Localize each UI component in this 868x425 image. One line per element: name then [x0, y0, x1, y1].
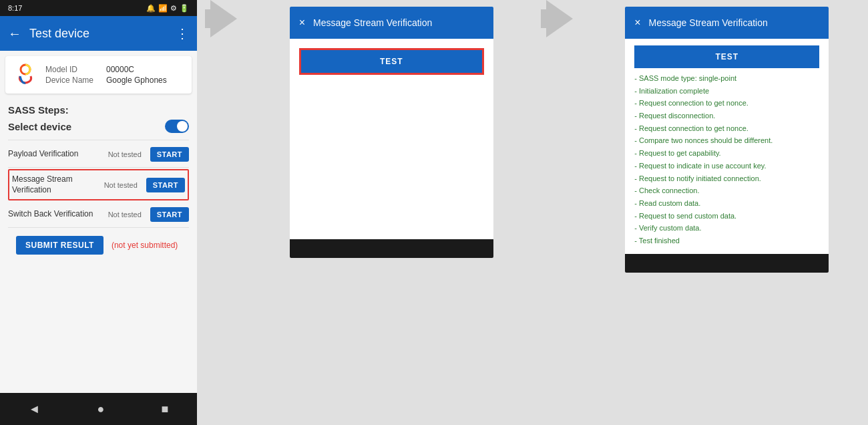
- start-button-payload[interactable]: START: [150, 147, 189, 162]
- submit-row: SUBMIT RESULT (not yet submitted): [8, 228, 189, 263]
- arrow-1: [197, 0, 250, 37]
- select-device-label: Select device: [8, 121, 71, 132]
- start-button-message-stream[interactable]: START: [146, 178, 185, 192]
- dialog-2-bottom-bar: [625, 254, 829, 273]
- submit-result-button[interactable]: SUBMIT RESULT: [16, 236, 103, 255]
- status-bar: 8:17 🔔 📶 ⚙ 🔋: [0, 0, 197, 16]
- dialog-2-test-button[interactable]: TEST: [634, 45, 819, 68]
- home-nav-icon[interactable]: ●: [97, 402, 105, 416]
- result-line: - Request to indicate in use account key…: [634, 160, 819, 172]
- step-status-message-stream: Not tested: [104, 181, 141, 189]
- device-name-label: Device Name: [45, 76, 95, 85]
- step-name-switch-back: Switch Back Verification: [8, 209, 108, 220]
- device-logo-icon: [13, 63, 37, 87]
- divider: [8, 140, 189, 140]
- result-line: - Request connection to get nonce.: [634, 97, 819, 110]
- sim-icon: 📶: [158, 4, 168, 13]
- result-line: - Compare two nonces should be different…: [634, 134, 819, 147]
- result-line: - Test finished: [634, 235, 819, 247]
- result-line: - Check connection.: [634, 184, 819, 197]
- step-name-payload: Payload Verification: [8, 149, 108, 160]
- battery-icon: 🔋: [180, 4, 189, 13]
- result-line: - Request to notify initiated connection…: [634, 172, 819, 185]
- arrow-2: [533, 0, 586, 37]
- result-line: - Read custom data.: [634, 197, 819, 210]
- step-status-payload: Not tested: [108, 150, 145, 158]
- model-id-value: 00000C: [106, 65, 134, 74]
- dialog-2-panel: × Message Stream Verification TEST - SAS…: [625, 7, 829, 273]
- dialog-2-content: TEST - SASS mode type: single-point- Ini…: [625, 39, 829, 254]
- device-name-value: Google Gphones: [106, 76, 167, 85]
- dialog-1-header: × Message Stream Verification: [290, 7, 493, 39]
- dialog-1-wrapper: × Message Stream Verification TEST: [250, 0, 533, 425]
- model-id-row: Model ID 00000C: [45, 65, 167, 74]
- app-toolbar: ← Test device ⋮: [0, 16, 197, 51]
- dialog-1-close-icon[interactable]: ×: [299, 17, 305, 29]
- select-device-toggle[interactable]: [165, 120, 189, 133]
- result-line: - Request to send custom data.: [634, 210, 819, 223]
- toolbar-title: Test device: [29, 27, 168, 41]
- step-name-message-stream: Message StreamVerification: [12, 174, 104, 195]
- wifi-icon: ⚙: [170, 4, 177, 13]
- model-id-label: Model ID: [45, 65, 95, 74]
- start-button-switch-back[interactable]: START: [150, 207, 189, 222]
- result-line: - Request disconnection.: [634, 110, 819, 122]
- device-name-row: Device Name Google Gphones: [45, 76, 167, 85]
- app-screen: ← Test device ⋮ Model ID 00000C Device N…: [0, 16, 197, 393]
- step-status-switch-back: Not tested: [108, 210, 145, 219]
- result-line: - Request to get capability.: [634, 147, 819, 160]
- dialog-2-wrapper: × Message Stream Verification TEST - SAS…: [586, 0, 869, 425]
- step-row-switch-back: Switch Back Verification Not tested STAR…: [8, 202, 189, 228]
- dialog-2-results: - SASS mode type: single-point- Initiali…: [634, 72, 819, 247]
- arrow-icon-1: [210, 0, 237, 37]
- dialog-1-content: TEST: [290, 39, 493, 239]
- recents-nav-icon[interactable]: ■: [162, 402, 169, 416]
- device-info-card: Model ID 00000C Device Name Google Gphon…: [5, 56, 192, 94]
- notification-icon: 🔔: [146, 4, 156, 13]
- select-device-row: Select device: [8, 120, 189, 133]
- dialog-1-test-button[interactable]: TEST: [299, 48, 484, 75]
- result-line: - Verify custom data.: [634, 222, 819, 235]
- nav-bar: ◄ ● ■: [0, 393, 197, 425]
- dialog-2-header: × Message Stream Verification: [625, 7, 829, 39]
- status-icons: 🔔 📶 ⚙ 🔋: [146, 4, 189, 13]
- result-line: - SASS mode type: single-point: [634, 72, 819, 85]
- sass-title: SASS Steps:: [8, 104, 189, 116]
- device-details: Model ID 00000C Device Name Google Gphon…: [45, 65, 167, 85]
- dialog-1-panel: × Message Stream Verification TEST: [290, 7, 493, 258]
- phone-panel: 8:17 🔔 📶 ⚙ 🔋 ← Test device ⋮ Mode: [0, 0, 197, 425]
- dialog-2-close-icon[interactable]: ×: [634, 17, 640, 29]
- result-line: - Request connection to get nonce.: [634, 122, 819, 135]
- dialog-2-title: Message Stream Verification: [649, 17, 820, 28]
- dialog-1-bottom-bar: [290, 239, 493, 258]
- dialog-1-title: Message Stream Verification: [313, 17, 484, 28]
- step-row-message-stream: Message StreamVerification Not tested ST…: [8, 169, 189, 200]
- more-options-icon[interactable]: ⋮: [176, 25, 189, 41]
- back-nav-icon[interactable]: ◄: [29, 402, 41, 416]
- sass-section: SASS Steps: Select device Payload Verifi…: [0, 99, 197, 268]
- result-line: - Initialization complete: [634, 85, 819, 98]
- arrow-icon-2: [546, 0, 573, 37]
- step-row-payload: Payload Verification Not tested START: [8, 142, 189, 168]
- status-time: 8:17: [8, 4, 22, 12]
- back-button[interactable]: ←: [8, 26, 21, 41]
- not-submitted-label: (not yet submitted): [112, 241, 178, 250]
